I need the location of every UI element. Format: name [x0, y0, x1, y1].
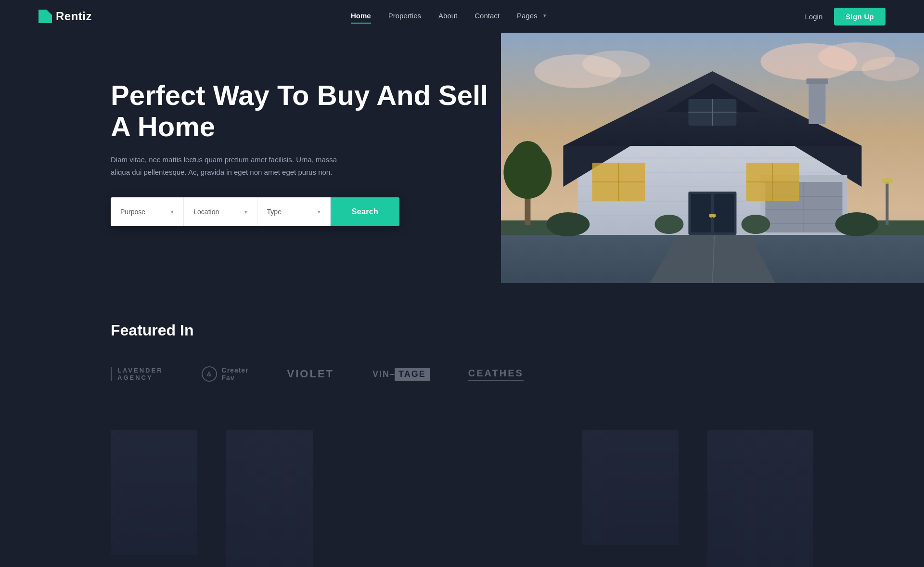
- brand-ceathes-text: CEATHES: [468, 368, 524, 381]
- brand-lavender-text-bottom: AGENCY: [117, 374, 153, 381]
- svg-rect-31: [714, 194, 734, 232]
- nav-auth: Login Sign Up: [805, 8, 886, 26]
- deco-bar-4: [707, 430, 813, 567]
- hero-image: [501, 33, 924, 283]
- nav-contact[interactable]: Contact: [475, 12, 500, 22]
- signup-button[interactable]: Sign Up: [834, 8, 886, 26]
- creater-text: Creater Fav: [222, 366, 249, 382]
- svg-point-5: [862, 57, 920, 81]
- brand-creater: & Creater Fav: [202, 366, 249, 382]
- creater-icon: &: [202, 366, 217, 382]
- nav-about[interactable]: About: [438, 12, 457, 22]
- hero-title: Perfect Way To Buy And Sell A Home: [111, 80, 501, 142]
- brand-vin-text: VIN: [372, 369, 390, 379]
- nav-properties[interactable]: Properties: [388, 12, 421, 22]
- brand-tage-text: TAGE: [398, 369, 426, 379]
- search-button[interactable]: Search: [331, 197, 399, 226]
- purpose-select[interactable]: Purpose ▾: [111, 197, 184, 226]
- purpose-chevron-icon: ▾: [171, 209, 174, 215]
- login-link[interactable]: Login: [805, 13, 823, 21]
- brand-violet: VIOLET: [287, 368, 334, 380]
- svg-rect-30: [691, 194, 711, 232]
- location-chevron-icon: ▾: [244, 209, 247, 215]
- type-chevron-icon: ▾: [318, 209, 321, 215]
- svg-point-33: [712, 214, 716, 218]
- nav-links: Home Properties About Contact Pages ▾: [351, 12, 546, 22]
- logo-text: Rentiz: [56, 10, 92, 23]
- svg-point-2: [583, 51, 650, 77]
- hero-content: Perfect Way To Buy And Sell A Home Diam …: [111, 33, 501, 283]
- brand-logos: LAVENDER AGENCY & Creater Fav VIOLET VIN…: [111, 366, 813, 382]
- type-label: Type: [267, 208, 282, 216]
- svg-point-45: [742, 215, 770, 234]
- hero-description: Diam vitae, nec mattis lectus quam preti…: [111, 154, 342, 178]
- svg-point-50: [511, 141, 545, 180]
- bottom-decorative: [0, 411, 924, 567]
- house-illustration: [501, 33, 924, 283]
- svg-rect-41: [807, 78, 828, 84]
- nav-home[interactable]: Home: [351, 12, 371, 22]
- creater-line1: Creater: [222, 366, 249, 374]
- brand-ceathes: CEATHES: [468, 368, 524, 381]
- brand-violet-text: VIOLET: [287, 368, 334, 380]
- hero-section: Perfect Way To Buy And Sell A Home Diam …: [0, 33, 924, 283]
- deco-bar-2: [226, 430, 313, 567]
- logo-icon: [38, 10, 52, 23]
- nav-pages[interactable]: Pages ▾: [517, 12, 546, 22]
- svg-point-44: [655, 215, 684, 234]
- svg-point-47: [882, 178, 893, 184]
- featured-section: Featured In LAVENDER AGENCY & Creater Fa…: [0, 283, 924, 411]
- purpose-label: Purpose: [120, 208, 145, 216]
- svg-rect-46: [886, 182, 889, 225]
- brand-vintage-dash: –: [390, 369, 395, 379]
- svg-point-42: [547, 212, 590, 236]
- brand-vintage: VIN – TAGE: [372, 368, 430, 381]
- pages-chevron-icon: ▾: [543, 13, 546, 19]
- navbar: Rentiz Home Properties About Contact Pag…: [0, 0, 924, 33]
- brand-lavender: LAVENDER AGENCY: [111, 367, 163, 381]
- search-bar: Purpose ▾ Location ▾ Type ▾ Search: [111, 197, 399, 226]
- brand-tage-box: TAGE: [395, 368, 430, 381]
- deco-bar-3: [582, 430, 679, 545]
- location-select[interactable]: Location ▾: [184, 197, 257, 226]
- logo[interactable]: Rentiz: [38, 10, 92, 23]
- svg-rect-40: [809, 81, 826, 124]
- location-label: Location: [193, 208, 219, 216]
- creater-line2: Fav: [222, 374, 249, 382]
- type-select[interactable]: Type ▾: [257, 197, 331, 226]
- brand-lavender-text-top: LAVENDER: [117, 367, 163, 374]
- deco-bar-1: [111, 430, 197, 555]
- featured-title: Featured In: [111, 322, 813, 339]
- svg-point-43: [835, 212, 879, 236]
